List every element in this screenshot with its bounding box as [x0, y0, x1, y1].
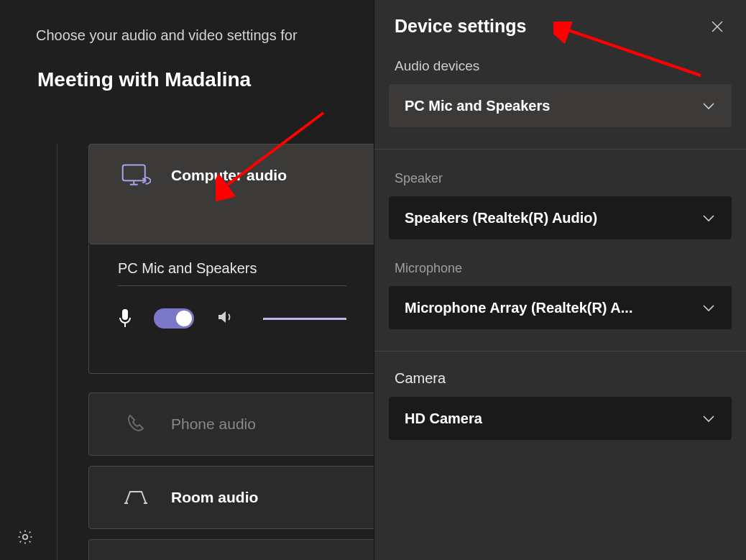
option-phone-audio-label: Phone audio: [171, 416, 256, 433]
phone-icon: [121, 412, 151, 436]
chevron-down-icon: [701, 303, 716, 313]
option-phone-audio[interactable]: Phone audio: [88, 393, 376, 456]
volume-slider[interactable]: [263, 318, 346, 320]
audio-device-dropdown[interactable]: PC Mic and Speakers: [389, 84, 732, 127]
gear-icon: [17, 528, 34, 546]
device-settings-panel: Device settings Audio devices PC Mic and…: [374, 0, 746, 560]
option-room-audio[interactable]: Room audio: [88, 466, 376, 529]
speaker-value: Speakers (Realtek(R) Audio): [405, 210, 606, 226]
audio-device-value: PC Mic and Speakers: [405, 98, 558, 114]
close-icon: [711, 20, 724, 33]
svg-rect-3: [124, 323, 126, 327]
svg-point-0: [23, 535, 27, 539]
selected-device-label: PC Mic and Speakers: [118, 260, 346, 277]
audio-devices-section-label: Audio devices: [374, 58, 746, 84]
chevron-down-icon: [701, 101, 716, 111]
monitor-speaker-icon: [121, 161, 151, 190]
option-room-audio-label: Room audio: [171, 489, 258, 506]
prejoin-title: Meeting with Madalina: [37, 68, 251, 91]
option-no-audio[interactable]: Don't use audio: [88, 539, 376, 560]
settings-gear-button[interactable]: [16, 528, 34, 546]
chevron-down-icon: [701, 413, 716, 423]
camera-dropdown[interactable]: HD Camera: [389, 397, 732, 440]
microphone-icon: [118, 308, 132, 329]
svg-rect-2: [122, 309, 128, 320]
option-computer-audio-label: Computer audio: [171, 167, 287, 184]
svg-rect-1: [123, 165, 145, 180]
option-computer-audio[interactable]: Computer audio: [88, 144, 376, 244]
microphone-section-label: Microphone: [374, 261, 746, 286]
room-icon: [121, 487, 151, 508]
prejoin-subtitle: Choose your audio and video settings for: [36, 27, 298, 44]
speaker-dropdown[interactable]: Speakers (Realtek(R) Audio): [389, 196, 732, 239]
panel-title: Device settings: [395, 16, 526, 37]
chevron-down-icon: [701, 213, 716, 223]
camera-section-label: Camera: [374, 370, 746, 397]
left-rail: [0, 144, 57, 560]
microphone-value: Microphone Array (Realtek(R) A...: [405, 300, 641, 316]
mic-toggle[interactable]: [154, 308, 194, 329]
close-button[interactable]: [709, 18, 726, 35]
speaker-section-label: Speaker: [374, 171, 746, 196]
speaker-icon: [216, 308, 234, 329]
camera-value: HD Camera: [405, 410, 491, 427]
microphone-dropdown[interactable]: Microphone Array (Realtek(R) A...: [389, 286, 732, 329]
selected-device-panel: PC Mic and Speakers: [88, 244, 376, 374]
